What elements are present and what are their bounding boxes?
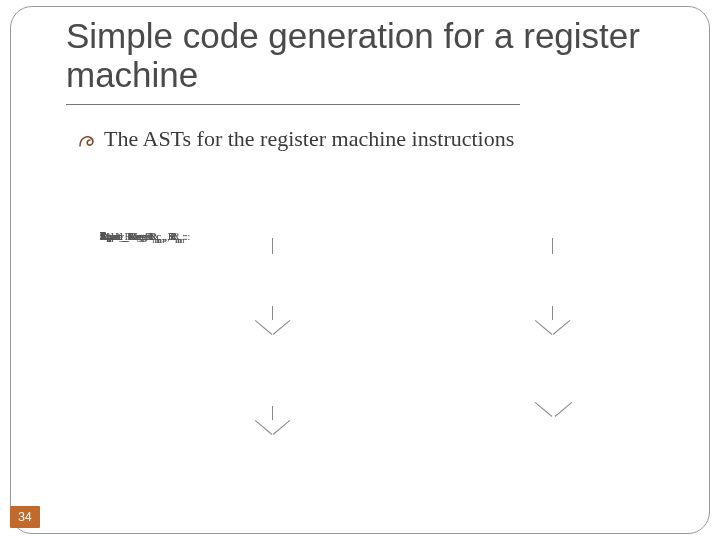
tree-edge [555,402,572,417]
diagram-area: Load_Const c , Rn : Rn c Load_Mem x , Rn… [100,230,660,520]
title-underline [66,104,520,105]
tree-edge [273,320,290,335]
bullet-text: The ASTs for the register machine instru… [104,126,514,151]
tree-edge [552,238,553,254]
tree-edge [552,306,553,320]
tree-edge [553,320,570,335]
tree-edge [255,320,272,335]
tree-edge [535,402,552,417]
page-number-badge: 34 [10,506,40,528]
tree-edge [255,420,272,435]
tree-edge [535,320,552,335]
tree-edge [273,420,290,435]
slide-title: Simple code generation for a register ma… [66,16,680,94]
bullet-line: The ASTs for the register machine instru… [78,126,680,152]
swirl-icon [78,133,98,149]
tree-edge [272,306,273,320]
label-store-reg: Store_Reg Rn , x: [100,230,178,245]
node-right: Rn [100,230,111,244]
tree-edge [272,238,273,254]
tree-edge [272,406,273,420]
